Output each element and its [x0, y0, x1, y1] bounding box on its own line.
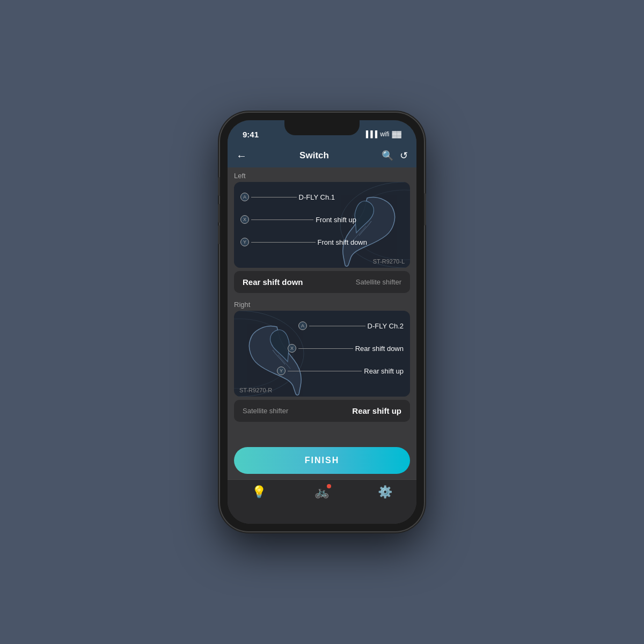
right-action-y: Rear shift up — [364, 367, 404, 375]
right-diagram: D-FLY Ch.2 A Rear shift down X — [234, 311, 410, 397]
right-shifter-card[interactable]: D-FLY Ch.2 A Rear shift down X — [234, 311, 410, 397]
signal-icon: ▐▐▐ — [364, 130, 378, 138]
right-dot-a: A — [298, 321, 307, 330]
left-model: ST-R9270-L — [373, 258, 405, 265]
right-label-a-line — [309, 326, 365, 326]
left-action-y: Front shift down — [318, 238, 368, 246]
left-shifter-card[interactable]: A D-FLY Ch.1 X Front shift up — [234, 182, 410, 268]
tab-settings[interactable]: ⚙️ — [378, 485, 392, 499]
right-label-x-line — [298, 348, 353, 349]
app-header: ← Switch 🔍 ↺ — [228, 144, 416, 167]
left-label-x: X Front shift up — [240, 215, 356, 224]
finish-area: FINISH — [228, 443, 416, 479]
search-icon[interactable]: 🔍 — [382, 150, 393, 162]
back-button[interactable]: ← — [236, 150, 247, 162]
left-section-label: Left — [234, 167, 410, 182]
finish-button[interactable]: FINISH — [234, 447, 410, 474]
header-icons: 🔍 ↺ — [382, 150, 408, 162]
left-diagram: A D-FLY Ch.1 X Front shift up — [234, 182, 410, 268]
notch — [284, 120, 360, 135]
left-label-a: A D-FLY Ch.1 — [240, 193, 335, 201]
right-section-label: Right — [234, 296, 410, 311]
left-action-a: D-FLY Ch.1 — [299, 193, 335, 201]
left-action-x: Front shift up — [316, 216, 356, 224]
tab-tips[interactable]: 💡 — [252, 485, 266, 499]
label-a-line — [251, 197, 297, 197]
right-label-y-line — [288, 371, 362, 371]
label-y-line — [251, 242, 316, 243]
right-label-x: Rear shift down X — [288, 344, 404, 353]
settings-icon: ⚙️ — [378, 485, 392, 499]
right-model: ST-R9270-R — [239, 387, 272, 393]
right-labels: D-FLY Ch.2 A Rear shift down X — [234, 311, 410, 397]
header-title: Switch — [299, 150, 329, 161]
status-icons: ▐▐▐ wifi ▓▓ — [364, 130, 401, 138]
phone-screen: 9:41 ▐▐▐ wifi ▓▓ ← Switch 🔍 ↺ — [228, 120, 416, 524]
label-a-dot: A — [240, 193, 249, 201]
left-sat-action: Rear shift down — [243, 277, 303, 287]
label-x-line — [251, 219, 313, 220]
right-satellite-row[interactable]: Satellite shifter Rear shift up — [234, 400, 410, 422]
bike-tab-dot — [327, 484, 331, 488]
right-action-x: Rear shift down — [355, 345, 404, 353]
right-dot-y: Y — [277, 367, 286, 375]
right-dot-x: X — [288, 344, 296, 353]
right-label-y: Rear shift up Y — [277, 367, 404, 375]
wifi-icon: wifi — [380, 130, 389, 138]
right-sat-label: Satellite shifter — [243, 407, 288, 415]
battery-icon: ▓▓ — [392, 130, 402, 138]
phone-wrapper: 9:41 ▐▐▐ wifi ▓▓ ← Switch 🔍 ↺ — [220, 113, 424, 531]
right-sat-action: Rear shift up — [352, 406, 401, 415]
tab-bar: 💡 🚲 ⚙️ — [228, 479, 416, 524]
right-label-a: D-FLY Ch.2 A — [298, 321, 404, 330]
left-sat-label: Satellite shifter — [356, 278, 401, 286]
history-icon[interactable]: ↺ — [400, 150, 408, 162]
tips-icon: 💡 — [252, 485, 266, 499]
status-time: 9:41 — [243, 130, 259, 139]
left-satellite-row[interactable]: Rear shift down Satellite shifter — [234, 271, 410, 293]
left-labels: A D-FLY Ch.1 X Front shift up — [234, 182, 410, 268]
label-y-dot: Y — [240, 238, 249, 246]
label-x-dot: X — [240, 215, 249, 224]
tab-bike[interactable]: 🚲 — [314, 485, 329, 499]
phone-frame: 9:41 ▐▐▐ wifi ▓▓ ← Switch 🔍 ↺ — [220, 113, 424, 531]
right-action-a: D-FLY Ch.2 — [368, 322, 404, 330]
main-content: Left — [228, 167, 416, 443]
left-label-y: Y Front shift down — [240, 238, 367, 246]
